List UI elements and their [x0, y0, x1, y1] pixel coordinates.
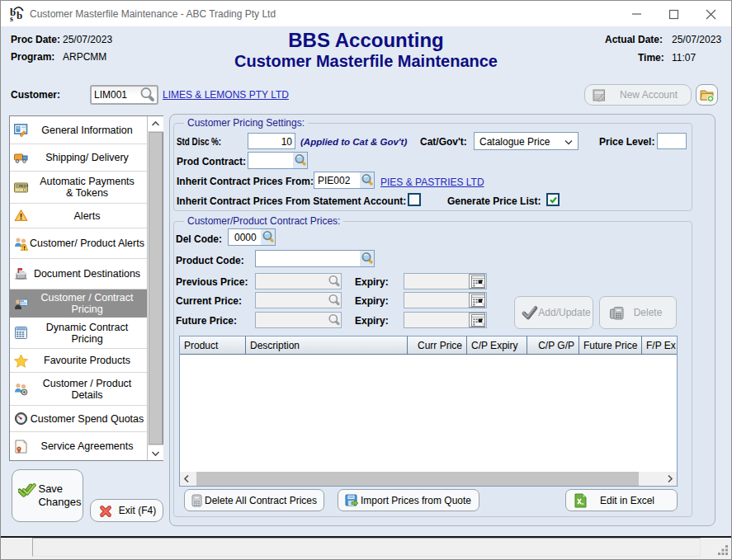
svg-text:s: s	[10, 14, 13, 21]
svg-text:b: b	[17, 9, 22, 21]
